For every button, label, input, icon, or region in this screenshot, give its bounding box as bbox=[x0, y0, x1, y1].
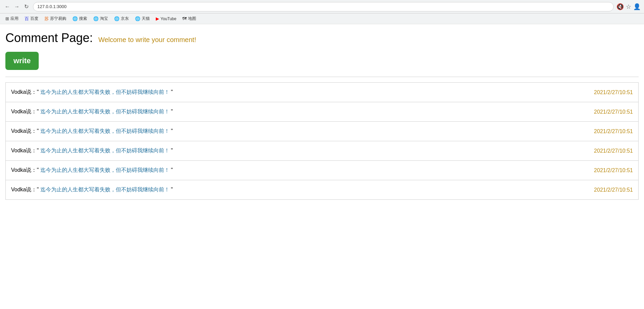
comment-author: Vodka bbox=[11, 109, 26, 114]
comment-suffix: " bbox=[170, 187, 173, 192]
comment-text: Vodka说：" 迄今为止的人生都大写着失败，但不妨碍我继续向前！ " bbox=[11, 108, 173, 115]
comment-row: Vodka说：" 迄今为止的人生都大写着失败，但不妨碍我继续向前！ "2021/… bbox=[6, 102, 638, 122]
refresh-button[interactable]: ↻ bbox=[22, 3, 30, 11]
bookmarks-bar: ⊞ 应用 百 百度 苏 苏宁易购 🌐 搜索 🌐 淘宝 🌐 京东 🌐 天猫 ▶ Y… bbox=[0, 13, 644, 24]
bookmark-taobao[interactable]: 🌐 淘宝 bbox=[91, 15, 111, 23]
comment-prefix: 说：" bbox=[26, 109, 40, 114]
comment-suffix: " bbox=[170, 167, 173, 173]
comment-text: Vodka说：" 迄今为止的人生都大写着失败，但不妨碍我继续向前！ " bbox=[11, 167, 173, 174]
comment-row: Vodka说：" 迄今为止的人生都大写着失败，但不妨碍我继续向前！ "2021/… bbox=[6, 122, 638, 141]
write-button[interactable]: write bbox=[5, 52, 39, 70]
bookmark-youtube-label: YouTube bbox=[160, 16, 176, 21]
bookmark-suning-label: 苏宁易购 bbox=[50, 16, 66, 22]
comment-row: Vodka说：" 迄今为止的人生都大写着失败，但不妨碍我继续向前！ "2021/… bbox=[6, 141, 638, 161]
comment-text: Vodka说：" 迄今为止的人生都大写着失败，但不妨碍我继续向前！ " bbox=[11, 89, 173, 96]
page-header: Comment Page: Welcome to write your comm… bbox=[5, 31, 639, 45]
comment-author: Vodka bbox=[11, 187, 26, 192]
bookmark-jd-label: 京东 bbox=[121, 16, 129, 22]
comment-text: Vodka说：" 迄今为止的人生都大写着失败，但不妨碍我继续向前！ " bbox=[11, 186, 173, 193]
comment-row: Vodka说：" 迄今为止的人生都大写着失败，但不妨碍我继续向前！ "2021/… bbox=[6, 83, 638, 102]
bookmark-jd[interactable]: 🌐 京东 bbox=[111, 15, 132, 23]
bookmark-tmall-label: 天猫 bbox=[142, 16, 150, 22]
address-bar[interactable] bbox=[33, 2, 614, 11]
mute-icon[interactable]: 🔇 bbox=[616, 3, 624, 10]
taobao-icon: 🌐 bbox=[93, 16, 99, 21]
bookmark-taobao-label: 淘宝 bbox=[100, 16, 108, 22]
forward-button[interactable]: → bbox=[13, 3, 21, 11]
map-icon: 🗺 bbox=[182, 16, 187, 21]
comment-row: Vodka说：" 迄今为止的人生都大写着失败，但不妨碍我继续向前！ "2021/… bbox=[6, 180, 638, 199]
comment-content: 迄今为止的人生都大写着失败，但不妨碍我继续向前！ bbox=[40, 148, 170, 153]
comment-timestamp: 2021/2/27/10:51 bbox=[594, 187, 633, 193]
profile-icon[interactable]: 👤 bbox=[633, 3, 641, 10]
comment-timestamp: 2021/2/27/10:51 bbox=[594, 167, 633, 173]
comment-suffix: " bbox=[170, 109, 173, 114]
bookmark-apps-label: 应用 bbox=[10, 16, 19, 22]
comment-prefix: 说：" bbox=[26, 148, 40, 153]
comment-suffix: " bbox=[170, 89, 173, 95]
bookmark-map[interactable]: 🗺 地图 bbox=[180, 15, 199, 23]
comment-author: Vodka bbox=[11, 89, 26, 95]
back-button[interactable]: ← bbox=[3, 3, 11, 11]
bookmark-search-label: 搜索 bbox=[79, 16, 87, 22]
comment-content: 迄今为止的人生都大写着失败，但不妨碍我继续向前！ bbox=[40, 187, 170, 192]
browser-actions: 🔇 ☆ 👤 bbox=[616, 3, 641, 10]
comment-timestamp: 2021/2/27/10:51 bbox=[594, 89, 633, 95]
bookmark-map-label: 地图 bbox=[188, 16, 196, 22]
comment-suffix: " bbox=[170, 128, 173, 134]
comment-author: Vodka bbox=[11, 148, 26, 153]
section-divider bbox=[5, 77, 639, 77]
tmall-icon: 🌐 bbox=[135, 16, 140, 21]
comment-row: Vodka说：" 迄今为止的人生都大写着失败，但不妨碍我继续向前！ "2021/… bbox=[6, 161, 638, 180]
comment-prefix: 说：" bbox=[26, 128, 40, 134]
browser-chrome: ← → ↻ 🔇 ☆ 👤 bbox=[0, 0, 644, 13]
bookmark-suning[interactable]: 苏 苏宁易购 bbox=[42, 15, 69, 23]
comment-text: Vodka说：" 迄今为止的人生都大写着失败，但不妨碍我继续向前！ " bbox=[11, 128, 173, 135]
comment-prefix: 说：" bbox=[26, 187, 40, 192]
bookmark-baidu[interactable]: 百 百度 bbox=[22, 15, 41, 23]
comment-prefix: 说：" bbox=[26, 89, 40, 95]
page-content: Comment Page: Welcome to write your comm… bbox=[0, 24, 644, 206]
jd-icon: 🌐 bbox=[114, 16, 119, 21]
page-title: Comment Page: bbox=[5, 31, 93, 45]
comment-suffix: " bbox=[170, 148, 173, 153]
bookmark-baidu-label: 百度 bbox=[30, 16, 38, 22]
comments-table: Vodka说：" 迄今为止的人生都大写着失败，但不妨碍我继续向前！ "2021/… bbox=[5, 82, 639, 200]
comment-content: 迄今为止的人生都大写着失败，但不妨碍我继续向前！ bbox=[40, 109, 170, 114]
comment-timestamp: 2021/2/27/10:51 bbox=[594, 109, 633, 115]
page-subtitle: Welcome to write your comment! bbox=[98, 36, 196, 44]
comment-text: Vodka说：" 迄今为止的人生都大写着失败，但不妨碍我继续向前！ " bbox=[11, 147, 173, 154]
bookmark-icon[interactable]: ☆ bbox=[626, 3, 631, 10]
bookmark-tmall[interactable]: 🌐 天猫 bbox=[132, 15, 152, 23]
suning-icon: 苏 bbox=[44, 16, 49, 22]
youtube-icon: ▶ bbox=[156, 16, 159, 21]
comment-timestamp: 2021/2/27/10:51 bbox=[594, 128, 633, 134]
comment-content: 迄今为止的人生都大写着失败，但不妨碍我继续向前！ bbox=[40, 89, 170, 95]
bookmark-apps[interactable]: ⊞ 应用 bbox=[3, 15, 21, 23]
comment-author: Vodka bbox=[11, 167, 26, 173]
comment-author: Vodka bbox=[11, 128, 26, 134]
baidu-icon: 百 bbox=[25, 16, 29, 22]
apps-icon: ⊞ bbox=[5, 16, 9, 21]
comment-content: 迄今为止的人生都大写着失败，但不妨碍我继续向前！ bbox=[40, 128, 170, 134]
comment-prefix: 说：" bbox=[26, 167, 40, 173]
comment-timestamp: 2021/2/27/10:51 bbox=[594, 148, 633, 154]
comment-content: 迄今为止的人生都大写着失败，但不妨碍我继续向前！ bbox=[40, 167, 170, 173]
search-globe-icon: 🌐 bbox=[72, 16, 78, 21]
nav-buttons: ← → ↻ bbox=[3, 3, 30, 11]
bookmark-youtube[interactable]: ▶ YouTube bbox=[153, 15, 179, 22]
bookmark-search[interactable]: 🌐 搜索 bbox=[70, 15, 90, 23]
